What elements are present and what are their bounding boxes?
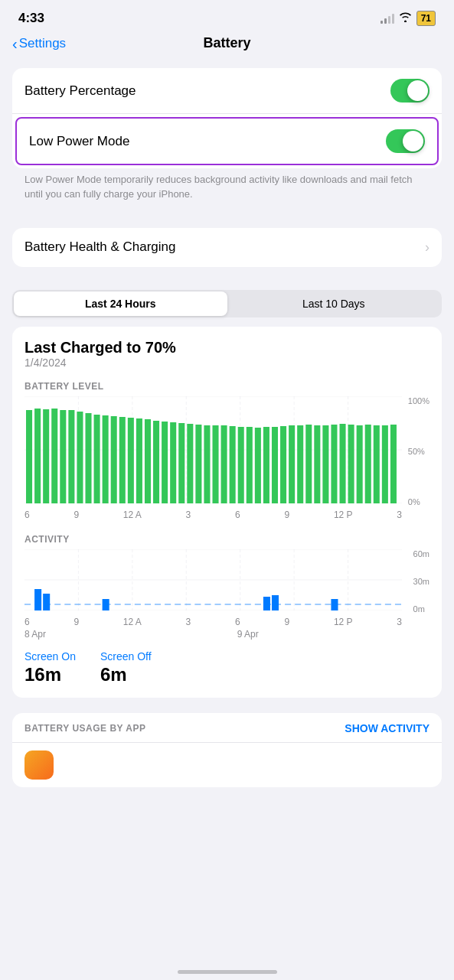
battery-chart-wrapper: 100% 50% 0%: [24, 396, 430, 506]
status-time: 4:33: [18, 11, 44, 26]
svg-rect-32: [221, 425, 227, 503]
last-10-days-button[interactable]: Last 10 Days: [227, 291, 441, 316]
svg-rect-25: [162, 422, 168, 503]
svg-rect-24: [153, 421, 159, 503]
activity-chart-wrapper: 60m 30m 0m: [24, 549, 430, 614]
screen-on-value: 16m: [24, 664, 76, 685]
home-indicator: [178, 970, 277, 974]
svg-rect-23: [145, 419, 151, 503]
nav-header: ‹ Settings Battery: [0, 32, 454, 60]
svg-rect-30: [204, 425, 210, 503]
svg-rect-15: [77, 412, 83, 503]
svg-rect-35: [247, 427, 253, 503]
screen-off-value: 6m: [100, 664, 152, 685]
battery-level-chart: [24, 396, 402, 503]
svg-rect-36: [255, 428, 261, 503]
battery-percentage-toggle[interactable]: [390, 79, 430, 103]
app-row: [12, 742, 442, 787]
svg-rect-19: [111, 416, 117, 503]
svg-rect-51: [382, 425, 388, 503]
svg-rect-18: [103, 415, 109, 503]
activity-label: ACTIVITY: [24, 534, 430, 545]
svg-rect-50: [374, 425, 380, 503]
chart-card: Last Charged to 70% 1/4/2024 BATTERY LEV…: [12, 327, 442, 698]
date-axis: 8 Apr 9 Apr: [24, 629, 402, 640]
battery-percent: 71: [416, 11, 436, 26]
back-button[interactable]: ‹ Settings: [12, 36, 66, 51]
battery-usage-header: BATTERY USAGE BY APP SHOW ACTIVITY: [12, 713, 442, 742]
screen-off-stat: Screen Off 6m: [100, 650, 152, 685]
show-activity-button[interactable]: SHOW ACTIVITY: [345, 722, 430, 734]
svg-rect-20: [119, 417, 126, 503]
status-icons: 71: [381, 11, 436, 26]
y-0m-label: 0m: [413, 604, 430, 614]
svg-rect-17: [94, 415, 100, 503]
svg-rect-64: [43, 594, 50, 610]
svg-rect-27: [178, 423, 185, 503]
svg-rect-49: [365, 425, 371, 503]
last-charged-date: 1/4/2024: [24, 357, 430, 369]
y-60m-label: 60m: [413, 549, 430, 558]
low-power-description: Low Power Mode temporarily reduces backg…: [12, 168, 442, 213]
battery-percentage-label: Battery Percentage: [24, 83, 136, 99]
activity-y-axis: 60m 30m 0m: [413, 549, 430, 614]
svg-rect-29: [195, 425, 201, 503]
settings-card: Battery Percentage Low Power Mode: [12, 68, 442, 168]
svg-rect-52: [390, 425, 397, 503]
svg-rect-33: [230, 426, 236, 503]
svg-rect-44: [322, 425, 328, 503]
activity-chart: [24, 549, 402, 610]
svg-rect-34: [238, 427, 244, 503]
svg-rect-21: [128, 418, 134, 503]
svg-rect-26: [170, 422, 176, 503]
y-30m-label: 30m: [413, 577, 430, 586]
svg-rect-38: [272, 427, 278, 503]
y-50-label: 50%: [408, 447, 430, 456]
svg-rect-65: [103, 599, 109, 610]
svg-rect-63: [34, 589, 41, 610]
svg-rect-42: [305, 425, 312, 503]
battery-health-row[interactable]: Battery Health & Charging ›: [12, 228, 442, 267]
back-label: Settings: [19, 36, 66, 51]
svg-rect-41: [297, 425, 303, 503]
screen-on-label: Screen On: [24, 650, 76, 663]
time-selector: Last 24 Hours Last 10 Days: [12, 290, 442, 317]
svg-rect-45: [331, 425, 337, 503]
battery-x-axis: 6 9 12 A 3 6 9 12 P 3: [24, 510, 402, 520]
chevron-right-icon: ›: [425, 239, 430, 256]
battery-health-label: Battery Health & Charging: [24, 239, 176, 255]
svg-rect-13: [60, 410, 66, 503]
svg-rect-10: [34, 409, 41, 503]
svg-rect-67: [272, 595, 279, 610]
page-title: Battery: [203, 35, 250, 51]
svg-rect-16: [85, 413, 91, 503]
screen-on-stat: Screen On 16m: [24, 650, 76, 685]
low-power-mode-row: Low Power Mode: [17, 119, 437, 164]
svg-rect-14: [68, 410, 74, 503]
last-24-hours-button[interactable]: Last 24 Hours: [14, 291, 227, 316]
svg-rect-43: [314, 425, 320, 503]
svg-rect-47: [348, 425, 354, 503]
wifi-icon: [399, 12, 412, 24]
battery-status: 71: [416, 11, 436, 26]
last-charged-title: Last Charged to 70%: [24, 339, 430, 357]
signal-icon: [381, 13, 394, 24]
battery-y-axis: 100% 50% 0%: [408, 396, 430, 506]
svg-rect-12: [51, 409, 57, 503]
screen-off-label: Screen Off: [100, 650, 152, 663]
svg-rect-40: [289, 425, 295, 503]
battery-usage-label: BATTERY USAGE BY APP: [24, 723, 145, 734]
status-bar: 4:33 71: [0, 0, 454, 32]
svg-rect-37: [263, 427, 269, 503]
battery-level-label: BATTERY LEVEL: [24, 381, 430, 392]
main-settings-section: Battery Percentage Low Power Mode Low Po…: [12, 68, 442, 213]
y-100-label: 100%: [408, 396, 430, 405]
svg-rect-66: [263, 597, 270, 610]
svg-rect-48: [357, 425, 363, 503]
svg-rect-31: [212, 425, 218, 503]
low-power-mode-toggle[interactable]: [386, 129, 425, 153]
svg-rect-9: [26, 410, 32, 503]
activity-x-axis: 6 9 12 A 3 6 9 12 P 3: [24, 617, 402, 627]
svg-rect-22: [136, 418, 142, 503]
back-chevron-icon: ‹: [12, 36, 18, 51]
